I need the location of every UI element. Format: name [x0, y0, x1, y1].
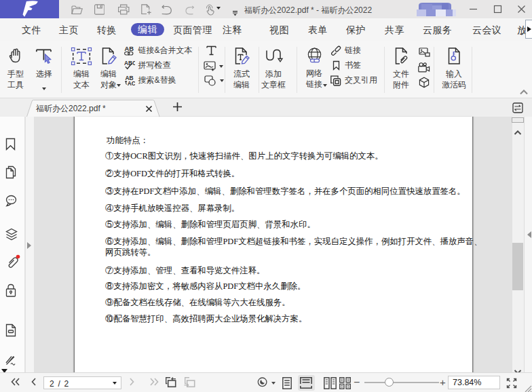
zoom-slider-track[interactable] — [364, 382, 439, 383]
menu-edit[interactable]: 编辑 — [131, 23, 164, 36]
add-article-box-button[interactable]: 添加 文章框 — [258, 47, 289, 90]
link-icon — [330, 45, 341, 56]
button-label: 激活码 — [440, 80, 468, 91]
bookmarks-panel-icon[interactable] — [5, 138, 19, 151]
page-dropdown-caret[interactable] — [113, 382, 117, 385]
menu-page-management[interactable]: 页面管理 — [173, 24, 212, 37]
button-label: 工具 — [1, 80, 30, 91]
link-merge-text-button[interactable]: AB 链接&合并文本 — [124, 44, 193, 58]
image-annotation-button[interactable] — [419, 47, 430, 60]
facing-pages-button[interactable] — [324, 377, 337, 392]
ribbon-separator — [297, 47, 297, 93]
scroll-down-arrow[interactable] — [514, 366, 522, 372]
add-text-icon — [206, 45, 217, 56]
bookmark-button[interactable]: 书签 — [330, 59, 361, 73]
hand-tool-button[interactable]: 手型 工具 — [1, 47, 30, 90]
zoom-value-box[interactable]: 73.84% — [448, 376, 500, 389]
expand-right-panel-handle[interactable] — [527, 231, 531, 238]
3d-object-button[interactable] — [419, 77, 430, 91]
collapse-ribbon-button[interactable] — [519, 86, 530, 94]
button-label: 手型 — [1, 69, 30, 80]
doc-text-line: ⑧支持添加密文，将敏感内容从PDF文档中永久删除。 — [105, 282, 305, 291]
zoom-slider-knob[interactable] — [385, 378, 394, 387]
enter-activation-code-button[interactable]: 输入 激活码 — [440, 47, 468, 90]
file-attachment-button[interactable]: 文件 附件 — [387, 47, 415, 90]
video-button[interactable] — [418, 62, 430, 75]
open-file-icon[interactable] — [71, 2, 83, 14]
prev-page-button[interactable] — [31, 377, 37, 389]
add-text-button[interactable] — [206, 45, 217, 58]
menu-file[interactable]: 文件 — [22, 24, 41, 37]
new-document-icon[interactable] — [141, 2, 152, 14]
page-number-box[interactable]: 2 / 2 — [43, 376, 121, 389]
dropdown-caret — [219, 65, 223, 68]
continuous-page-button[interactable] — [298, 375, 315, 391]
menu-overflow-button[interactable] — [525, 20, 532, 39]
expand-left-panel-handle[interactable] — [27, 242, 31, 249]
document-tab-bar: 福昕办公2022.pdf * — [0, 98, 532, 117]
cross-reference-button[interactable]: 交叉引用 — [330, 74, 377, 87]
signature-panel-icon[interactable] — [5, 355, 19, 369]
pages-panel-icon[interactable] — [5, 165, 19, 179]
touch-mode-caret[interactable] — [216, 7, 221, 9]
single-page-button[interactable] — [282, 377, 292, 392]
customize-quick-access-icon[interactable] — [233, 7, 238, 12]
close-tab-button[interactable] — [145, 103, 154, 112]
foxit-logo[interactable] — [0, 0, 59, 18]
next-page-button[interactable] — [129, 377, 135, 389]
link-button[interactable]: 链接 — [330, 44, 361, 58]
first-page-button[interactable] — [10, 377, 20, 389]
menu-protect[interactable]: 保护 — [346, 24, 366, 37]
swap-view-button[interactable] — [512, 102, 523, 113]
page-indicator: 2 / 2 — [50, 379, 69, 389]
touch-mode-icon[interactable] — [205, 2, 215, 14]
edit-text-button[interactable]: 编辑 文本 — [67, 47, 96, 90]
new-tab-button[interactable] — [172, 102, 183, 113]
redo-icon[interactable] — [185, 2, 194, 14]
add-image-button[interactable] — [204, 61, 216, 74]
doc-text-line: ⑥支持添加、编辑、删除和管理PDF文档超链接和书签，实现自定义操作，例如打开文件… — [105, 237, 482, 246]
comments-panel-icon[interactable] — [5, 195, 19, 208]
previous-view-button[interactable] — [165, 376, 176, 391]
button-label: 交叉引用 — [345, 75, 377, 86]
last-page-button[interactable] — [149, 377, 159, 389]
minimize-button[interactable] — [463, 0, 483, 18]
resize-grip[interactable] — [523, 383, 532, 392]
scrollbar-thumb[interactable] — [512, 243, 523, 290]
view-mode-button[interactable] — [257, 377, 268, 391]
menu-comment[interactable]: 注释 — [223, 24, 242, 37]
fullscreen-button[interactable] — [506, 378, 517, 389]
undo-icon[interactable] — [162, 2, 172, 14]
zoom-in-button[interactable]: + — [440, 376, 448, 387]
menu-share[interactable]: 共享 — [385, 24, 404, 37]
flow-edit-button[interactable]: 流式 编辑 — [227, 47, 256, 90]
select-tool-button[interactable]: 选择 — [30, 47, 58, 95]
doc-text-line: ②支持OFD文件的打开和格式转换。 — [105, 170, 240, 178]
scroll-up-arrow[interactable] — [514, 126, 522, 132]
next-view-button[interactable] — [184, 376, 195, 391]
security-panel-icon[interactable] — [5, 283, 19, 297]
add-shapes-button[interactable] — [204, 75, 216, 89]
destinations-panel-icon[interactable] — [5, 324, 19, 337]
spell-check-button[interactable]: ABC 拼写检查 — [124, 59, 171, 73]
quad-pages-button[interactable] — [339, 377, 351, 392]
maximize-button[interactable] — [487, 0, 508, 18]
menu-convert[interactable]: 转换 — [97, 24, 117, 37]
menu-view[interactable]: 视图 — [269, 24, 289, 37]
search-replace-button[interactable]: AB AC 搜索&替换 — [124, 74, 176, 87]
save-icon[interactable] — [94, 2, 105, 14]
button-label: 链接&合并文本 — [138, 45, 193, 56]
close-button[interactable] — [511, 0, 531, 18]
attachments-panel-icon[interactable] — [5, 254, 19, 268]
menu-home[interactable]: 主页 — [59, 24, 79, 37]
scrollbar-top-button[interactable] — [512, 117, 524, 123]
menu-cloud-service[interactable]: 云服务 — [423, 24, 452, 37]
menu-cloud-meeting[interactable]: 云会议 — [472, 24, 501, 37]
layers-panel-icon[interactable] — [5, 228, 19, 241]
dropdown-caret — [117, 84, 121, 87]
button-label: 输入 — [440, 69, 468, 80]
print-icon[interactable] — [118, 2, 130, 14]
web-link-button[interactable]: 网络 链接 — [300, 47, 328, 90]
menu-form[interactable]: 表单 — [308, 24, 328, 37]
zoom-out-button[interactable]: − — [354, 376, 362, 387]
